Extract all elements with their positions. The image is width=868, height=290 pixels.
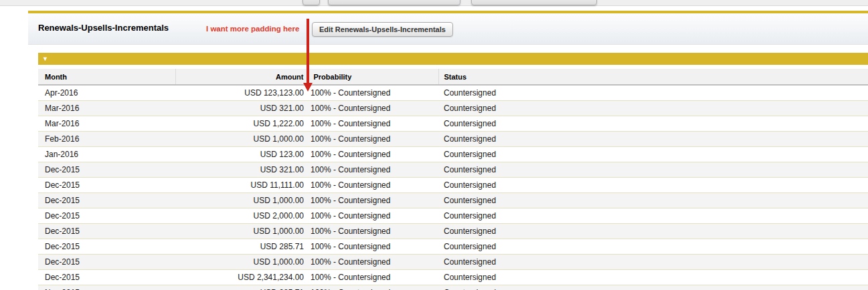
cell-amount: USD 123.00 xyxy=(175,146,307,162)
cell-month: Dec-2015 xyxy=(38,223,175,239)
collapse-section-icon[interactable]: ▼ xyxy=(42,56,48,62)
cell-amount: USD 1,000.00 xyxy=(175,131,307,146)
table-row: Dec-2015 USD 285.71 100% - Countersigned… xyxy=(38,239,868,254)
table-row: Feb-2016 USD 1,000.00 100% - Countersign… xyxy=(38,131,868,146)
cell-amount: USD 285.71 xyxy=(175,239,307,254)
red-arrow-head-icon xyxy=(303,83,313,92)
section-header-bar: ▼ xyxy=(38,53,868,65)
table-row: Jan-2016 USD 123.00 100% - Countersigned… xyxy=(38,146,868,162)
cell-probability: 100% - Countersigned xyxy=(307,269,438,285)
cell-month: Dec-2015 xyxy=(38,208,175,223)
toolbar-button-cut-off[interactable] xyxy=(328,0,460,5)
toolbar-button-cut-off[interactable] xyxy=(471,0,597,5)
cell-month: Dec-2015 xyxy=(38,269,175,285)
page-title: Renewals-Upsells-Incrementals xyxy=(38,23,169,33)
table-row: Dec-2015 USD 11,111.00 100% - Countersig… xyxy=(38,177,868,192)
cell-month: Feb-2016 xyxy=(38,131,175,146)
red-arrow-line xyxy=(307,19,309,83)
cell-amount: USD 2,000.00 xyxy=(175,208,307,223)
table-header-row: Month Amount Probability Status xyxy=(38,69,868,85)
panel-header: Renewals-Upsells-Incrementals I want mor… xyxy=(28,13,868,45)
cell-status: Countersigned xyxy=(438,254,868,269)
cell-month: Mar-2016 xyxy=(38,100,175,116)
edit-renewals-button[interactable]: Edit Renewals-Upsells-Incrementals xyxy=(312,22,453,37)
cell-amount: USD 285.71 xyxy=(175,285,307,290)
cell-probability: 100% - Countersigned xyxy=(307,208,438,223)
table-row: Mar-2016 USD 1,222.00 100% - Countersign… xyxy=(38,116,868,131)
cell-amount: USD 123,123.00 xyxy=(175,85,307,100)
cell-month: Dec-2015 xyxy=(38,254,175,269)
cell-month: Dec-2015 xyxy=(38,177,175,192)
cell-month: Dec-2015 xyxy=(38,162,175,177)
cell-status: Countersigned xyxy=(438,131,868,146)
cell-month: Nov-2015 xyxy=(38,285,175,290)
table-row: Dec-2015 USD 321.00 100% - Countersigned… xyxy=(38,162,868,177)
cell-status: Countersigned xyxy=(438,223,868,239)
cell-probability: 100% - Countersigned xyxy=(307,177,438,192)
table-row: Nov-2015 USD 285.71 100% - Countersigned… xyxy=(38,285,868,290)
table-body: Apr-2016 USD 123,123.00 100% - Countersi… xyxy=(38,85,868,290)
table-row: Apr-2016 USD 123,123.00 100% - Countersi… xyxy=(38,85,868,100)
annotation-text: I want more padding here xyxy=(206,25,299,33)
cell-month: Mar-2016 xyxy=(38,116,175,131)
renewals-table: Month Amount Probability Status Apr-2016… xyxy=(38,69,868,290)
cell-probability: 100% - Countersigned xyxy=(307,85,438,100)
toolbar-button-cut-off[interactable] xyxy=(302,0,320,5)
cell-amount: USD 1,000.00 xyxy=(175,223,307,239)
table-row: Dec-2015 USD 1,000.00 100% - Countersign… xyxy=(38,192,868,208)
column-header-status: Status xyxy=(438,69,868,85)
cell-amount: USD 1,000.00 xyxy=(175,192,307,208)
cell-probability: 100% - Countersigned xyxy=(307,254,438,269)
cell-probability: 100% - Countersigned xyxy=(307,223,438,239)
cell-amount: USD 321.00 xyxy=(175,162,307,177)
cell-probability: 100% - Countersigned xyxy=(307,131,438,146)
table-row: Dec-2015 USD 2,341,234.00 100% - Counter… xyxy=(38,269,868,285)
cell-month: Apr-2016 xyxy=(38,85,175,100)
cell-status: Countersigned xyxy=(438,177,868,192)
cell-status: Countersigned xyxy=(438,269,868,285)
cell-status: Countersigned xyxy=(438,146,868,162)
cell-probability: 100% - Countersigned xyxy=(307,192,438,208)
column-header-month: Month xyxy=(38,69,175,85)
cell-amount: USD 321.00 xyxy=(175,100,307,116)
column-header-probability: Probability xyxy=(307,69,438,85)
cell-probability: 100% - Countersigned xyxy=(307,239,438,254)
cell-probability: 100% - Countersigned xyxy=(307,285,438,290)
cell-status: Countersigned xyxy=(438,285,868,290)
cell-status: Countersigned xyxy=(438,100,868,116)
cell-probability: 100% - Countersigned xyxy=(307,146,438,162)
cell-amount: USD 11,111.00 xyxy=(175,177,307,192)
cell-month: Dec-2015 xyxy=(38,239,175,254)
table-row: Dec-2015 USD 1,000.00 100% - Countersign… xyxy=(38,223,868,239)
cell-amount: USD 1,000.00 xyxy=(175,254,307,269)
cell-month: Dec-2015 xyxy=(38,192,175,208)
table-row: Mar-2016 USD 321.00 100% - Countersigned… xyxy=(38,100,868,116)
table-row: Dec-2015 USD 2,000.00 100% - Countersign… xyxy=(38,208,868,223)
cell-probability: 100% - Countersigned xyxy=(307,116,438,131)
column-header-amount: Amount xyxy=(175,69,307,85)
cell-status: Countersigned xyxy=(438,162,868,177)
cell-status: Countersigned xyxy=(438,239,868,254)
cell-status: Countersigned xyxy=(438,116,868,131)
cell-probability: 100% - Countersigned xyxy=(307,162,438,177)
cell-probability: 100% - Countersigned xyxy=(307,100,438,116)
cell-status: Countersigned xyxy=(438,192,868,208)
cell-amount: USD 1,222.00 xyxy=(175,116,307,131)
cell-status: Countersigned xyxy=(438,85,868,100)
table-row: Dec-2015 USD 1,000.00 100% - Countersign… xyxy=(38,254,868,269)
cell-status: Countersigned xyxy=(438,208,868,223)
cell-month: Jan-2016 xyxy=(38,146,175,162)
cell-amount: USD 2,341,234.00 xyxy=(175,269,307,285)
top-toolbar-strip xyxy=(0,0,868,6)
